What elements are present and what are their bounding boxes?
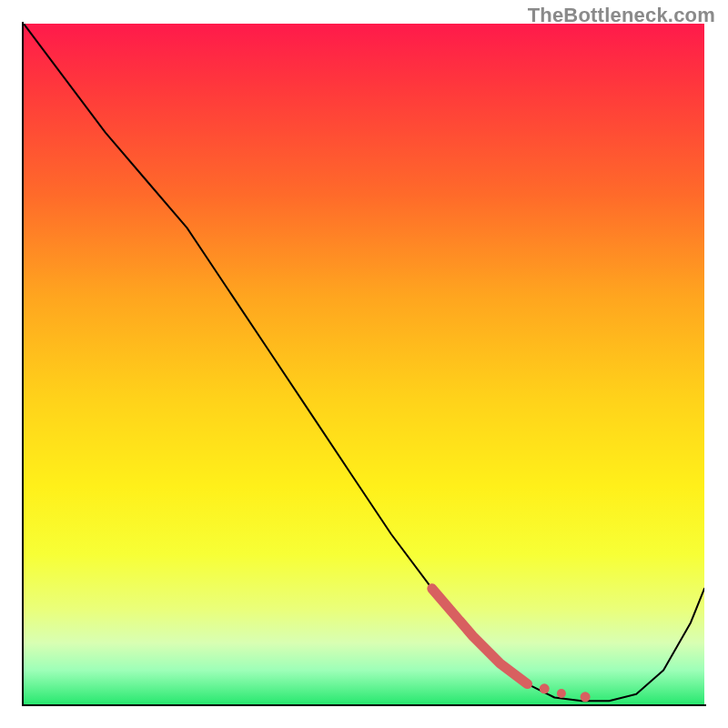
plot-gradient-background — [24, 24, 704, 704]
y-axis — [22, 22, 24, 706]
watermark: TheBottleneck.com — [528, 4, 715, 27]
chart-container: TheBottleneck.com — [0, 0, 728, 728]
x-axis — [22, 704, 706, 706]
